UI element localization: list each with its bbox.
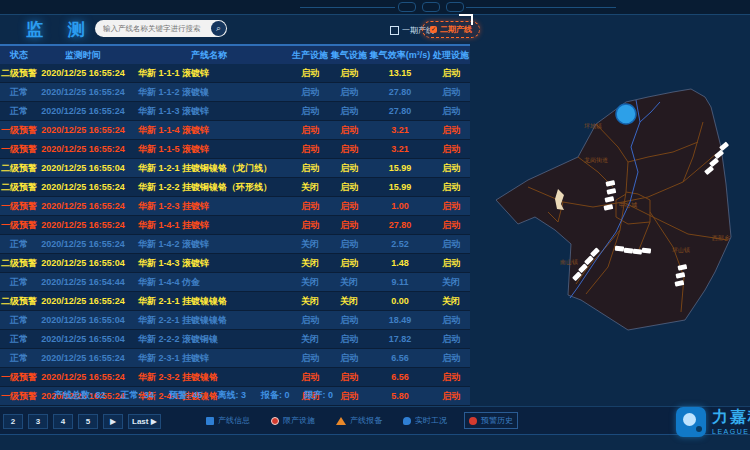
facility-marker[interactable] xyxy=(624,248,633,254)
cell-time: 2020/12/25 16:55:24 xyxy=(38,353,128,363)
legend-item[interactable]: 预警历史 xyxy=(464,412,518,429)
decor-line xyxy=(466,7,616,8)
table-row[interactable]: 二级预警 2020/12/25 16:55:24 华新 2-1-1 挂镀镍镍铬 … xyxy=(0,292,470,311)
cell-status: 二级预警 xyxy=(0,181,38,194)
cell-treatment: 关闭 xyxy=(432,295,470,308)
page-button[interactable]: 4 xyxy=(53,414,73,429)
cell-line-name: 华新 1-1-4 滚镀锌 xyxy=(128,124,290,137)
search-bar[interactable]: ⌕ xyxy=(95,20,227,37)
search-icon[interactable]: ⌕ xyxy=(211,21,226,36)
cell-line-name: 华新 2-3-1 挂镀锌 xyxy=(128,352,290,365)
legend-item[interactable]: 限产设施 xyxy=(267,413,319,428)
pagination: 2345▶Last ▶ xyxy=(3,414,161,429)
cell-time: 2020/12/25 16:55:24 xyxy=(38,220,128,230)
cell-production: 启动 xyxy=(290,352,330,365)
decor-line xyxy=(300,7,395,8)
cell-gas-collect: 关闭 xyxy=(330,276,368,289)
cell-time: 2020/12/25 16:55:24 xyxy=(38,182,128,192)
table-row[interactable]: 二级预警 2020/12/25 16:55:24 华新 1-2-2 挂镀铜镍铬（… xyxy=(0,178,470,197)
cell-line-name: 华新 1-2-2 挂镀铜镍铬（环形线） xyxy=(128,181,290,194)
table-row[interactable]: 正常 2020/12/25 16:55:24 华新 1-4-2 滚镀锌 关闭 启… xyxy=(0,235,470,254)
cell-efficiency: 9.11 xyxy=(368,277,432,287)
cell-efficiency: 5.80 xyxy=(368,391,432,401)
cell-time: 2020/12/25 16:55:04 xyxy=(38,315,128,325)
logo-name-cn: 力嘉科技 xyxy=(712,409,750,425)
logo-icon xyxy=(676,407,706,437)
cell-production: 关闭 xyxy=(290,276,330,289)
cell-gas-collect: 启动 xyxy=(330,124,368,137)
cell-production: 关闭 xyxy=(290,238,330,251)
search-input[interactable] xyxy=(95,24,211,33)
cell-treatment: 启动 xyxy=(432,314,470,327)
bottom-bar: 2345▶Last ▶ 产线信息 限产设施 产线报备 实时工况 预警历史 xyxy=(0,406,750,435)
legend-icon xyxy=(403,417,411,425)
page-button[interactable]: 2 xyxy=(3,414,23,429)
cell-gas-collect: 启动 xyxy=(330,352,368,365)
logo-name-en: LEAGUE TE xyxy=(712,428,750,435)
table-row[interactable]: 二级预警 2020/12/25 16:55:04 华新 1-2-1 挂镀铜镍铬（… xyxy=(0,159,470,178)
cell-status: 一级预警 xyxy=(0,200,38,213)
checked-checkbox-icon: ✓ xyxy=(430,26,437,33)
cell-gas-collect: 启动 xyxy=(330,314,368,327)
col-production: 生产设施 xyxy=(290,49,330,62)
top-decor-bar xyxy=(0,0,750,15)
table-body: 二级预警 2020/12/25 16:55:24 华新 1-1-1 滚镀锌 启动… xyxy=(0,64,470,406)
facility-marker[interactable] xyxy=(642,248,651,254)
legend-item[interactable]: 产线报备 xyxy=(332,413,386,428)
cell-status: 一级预警 xyxy=(0,143,38,156)
col-treatment: 处理设施 xyxy=(432,49,470,62)
facility-marker[interactable] xyxy=(633,249,642,255)
cell-production: 启动 xyxy=(290,371,330,384)
cell-efficiency: 17.82 xyxy=(368,334,432,344)
col-line-name: 产线名称 xyxy=(128,49,290,62)
cell-time: 2020/12/25 16:55:24 xyxy=(38,239,128,249)
table-row[interactable]: 正常 2020/12/25 16:55:24 华新 1-1-3 滚镀锌 启动 启… xyxy=(0,102,470,121)
phase2-label: 二期产线 xyxy=(440,24,472,35)
table-row[interactable]: 二级预警 2020/12/25 16:55:04 华新 1-4-3 滚镀锌 关闭… xyxy=(0,254,470,273)
table-row[interactable]: 一级预警 2020/12/25 16:55:24 华新 1-2-3 挂镀锌 启动… xyxy=(0,197,470,216)
checkbox-icon[interactable] xyxy=(390,26,399,35)
cell-treatment: 关闭 xyxy=(432,276,470,289)
table-row[interactable]: 一级预警 2020/12/25 16:55:24 华新 2-3-2 挂镀镍铬 启… xyxy=(0,368,470,387)
decor-tab xyxy=(446,2,464,12)
table-row[interactable]: 二级预警 2020/12/25 16:55:24 华新 1-1-1 滚镀锌 启动… xyxy=(0,64,470,83)
cell-efficiency: 18.49 xyxy=(368,315,432,325)
legend-label: 产线信息 xyxy=(218,415,250,426)
cell-efficiency: 6.56 xyxy=(368,372,432,382)
cell-production: 关闭 xyxy=(290,333,330,346)
legend-item[interactable]: 产线信息 xyxy=(202,413,254,428)
map-highlight-circle[interactable] xyxy=(616,104,636,124)
table-row[interactable]: 正常 2020/12/25 16:55:24 华新 2-3-1 挂镀锌 启动 启… xyxy=(0,349,470,368)
cell-gas-collect: 启动 xyxy=(330,238,368,251)
map-place-label: 坪山镇 xyxy=(672,247,690,253)
page-button[interactable]: 3 xyxy=(28,414,48,429)
cell-time: 2020/12/25 16:55:24 xyxy=(38,144,128,154)
cell-status: 二级预警 xyxy=(0,257,38,270)
table-row[interactable]: 正常 2020/12/25 16:55:24 华新 1-1-2 滚镀镍 启动 启… xyxy=(0,83,470,102)
cell-treatment: 启动 xyxy=(432,181,470,194)
page-button[interactable]: 5 xyxy=(78,414,98,429)
cell-time: 2020/12/25 16:55:04 xyxy=(38,334,128,344)
map-place-label: 坪地镇 xyxy=(584,123,602,129)
table-row[interactable]: 正常 2020/12/25 16:54:44 华新 1-4-4 仿金 关闭 关闭… xyxy=(0,273,470,292)
district-map[interactable]: 坪地镇 龙岗街道 中心城 西部乡 南山镇 坪山镇 xyxy=(488,62,750,394)
page-button[interactable]: Last ▶ xyxy=(128,414,161,429)
brand-logo: 力嘉科技 LEAGUE TE xyxy=(676,407,750,437)
page-button[interactable]: ▶ xyxy=(103,414,123,429)
table-row[interactable]: 正常 2020/12/25 16:55:04 华新 2-2-2 滚镀铜镍 关闭 … xyxy=(0,330,470,349)
summary-item: 限产: 0 xyxy=(305,389,334,402)
cell-status: 一级预警 xyxy=(0,124,38,137)
table-row[interactable]: 一级预警 2020/12/25 16:55:24 华新 1-1-4 滚镀锌 启动… xyxy=(0,121,470,140)
cell-efficiency: 3.21 xyxy=(368,144,432,154)
legend-icon xyxy=(206,417,214,425)
cell-status: 正常 xyxy=(0,352,38,365)
cell-efficiency: 6.56 xyxy=(368,353,432,363)
cell-treatment: 启动 xyxy=(432,352,470,365)
facility-marker[interactable] xyxy=(615,246,624,252)
cell-status: 一级预警 xyxy=(0,219,38,232)
table-row[interactable]: 正常 2020/12/25 16:55:04 华新 2-2-1 挂镀镍镍铬 启动… xyxy=(0,311,470,330)
table-row[interactable]: 一级预警 2020/12/25 16:55:24 华新 1-1-5 滚镀锌 启动… xyxy=(0,140,470,159)
table-row[interactable]: 一级预警 2020/12/25 16:55:24 华新 1-4-1 挂镀锌 启动… xyxy=(0,216,470,235)
district-outline xyxy=(496,89,731,330)
legend-item[interactable]: 实时工况 xyxy=(399,413,451,428)
